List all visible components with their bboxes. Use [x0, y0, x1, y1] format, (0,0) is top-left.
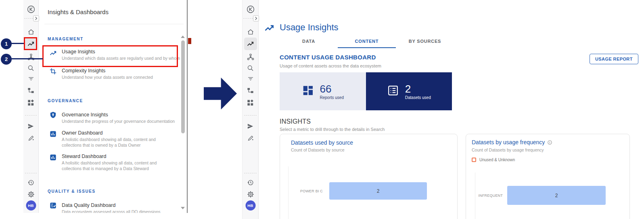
menu-item-desc: A holisitic dashboard showing all data, …: [62, 160, 171, 171]
menu-item-desc: A holistic dashboard showing all data, c…: [62, 137, 171, 148]
rail-dash: [24, 18, 33, 19]
bar-category-label: INFREQUENT: [470, 186, 503, 205]
usage-report-button[interactable]: USAGE REPORT: [590, 54, 638, 64]
expand-panel-button[interactable]: [33, 15, 39, 21]
lineage-tree-icon[interactable]: [26, 85, 36, 96]
insights-heading: INSIGHTS: [280, 118, 311, 125]
chart-title-link[interactable]: Datasets by usage frequency: [472, 139, 545, 145]
transition-arrow: [204, 78, 237, 110]
menu-item-desc: Understand how your data assets are conn…: [62, 74, 153, 80]
shield-icon: [49, 111, 57, 120]
tab-data[interactable]: DATA: [280, 36, 338, 48]
checklist-icon: [49, 202, 57, 211]
send-icon[interactable]: [245, 121, 256, 131]
chart-subtitle: Count of Datasets by source: [291, 147, 345, 152]
dashboard-title: CONTENT USAGE DASHBOARD: [280, 54, 376, 61]
menu-item-data-quality-dashboard[interactable]: Data Quality Dashboard Data ecosystem as…: [23, 199, 185, 213]
menu-item-complexity-insights[interactable]: Complexity Insights Understand how your …: [23, 65, 185, 84]
metric-datasets-used[interactable]: 2 Datasets used: [366, 72, 452, 110]
tab-bar: DATA CONTENT BY SOURCES: [280, 36, 454, 48]
menu-item-title: Steward Dashboard: [62, 154, 106, 159]
dashboard-grid-icon[interactable]: [245, 97, 256, 108]
chart-title-link[interactable]: Datasets used by source: [291, 139, 353, 146]
red-edge-fragment: [188, 38, 191, 44]
callout-1-line: [11, 43, 24, 44]
callout-1: 1: [1, 38, 12, 49]
filter-icon[interactable]: [245, 74, 256, 84]
metric-reports-used[interactable]: 66 Reports used: [280, 72, 366, 110]
menu-item-title: Owner Dashboard: [62, 130, 102, 136]
scrollbar-thumb[interactable]: [181, 40, 185, 133]
bar-power-bi[interactable]: 2: [329, 182, 427, 200]
tutorial-figure: HB Insights & Dashboards MANAGEMENT Usag…: [0, 0, 644, 219]
expand-panel-button[interactable]: [253, 15, 259, 21]
insights-subtitle: Select a metric to drill through to the …: [280, 127, 385, 132]
home-icon[interactable]: [26, 27, 36, 37]
edit-pencil-icon[interactable]: [245, 133, 256, 143]
bar-chart-icon: [49, 130, 57, 139]
screenshot-usage-insights: HB Usage Insights DATA CONTENT BY SOURCE…: [242, 0, 644, 219]
app-logo-icon[interactable]: [245, 4, 256, 15]
metric-label: Datasets used: [405, 95, 431, 100]
callout-2-line: [11, 58, 43, 59]
screenshot-edge: [187, 0, 188, 213]
reports-grid-icon: [302, 84, 314, 98]
chart-card-usage-frequency: Datasets by usage frequency Count of Dat…: [466, 134, 630, 219]
menu-item-desc: Data ecosystem assessed across all DQ di…: [62, 209, 183, 213]
legend-swatch: [472, 158, 476, 162]
callout-2: 2: [1, 54, 12, 65]
left-icon-rail: HB: [23, 0, 39, 213]
section-label-quality-issues: QUALITY & ISSUES: [48, 189, 96, 194]
history-icon[interactable]: [26, 177, 36, 187]
rail-divider: [244, 115, 257, 116]
metric-cards: 66 Reports used 2 Datasets used: [280, 72, 452, 110]
highlight-box-usage-insights: [42, 45, 178, 67]
history-icon[interactable]: [245, 177, 256, 187]
metric-value: 66: [320, 83, 344, 95]
screenshot-nav-panel: HB Insights & Dashboards MANAGEMENT Usag…: [23, 0, 188, 213]
dashboard-subtitle: Usage of content assets across the data …: [280, 63, 381, 68]
menu-item-owner-dashboard[interactable]: Owner Dashboard A holistic dashboard sho…: [23, 126, 185, 150]
metric-value: 2: [405, 83, 431, 95]
menu-item-steward-dashboard[interactable]: Steward Dashboard A holisitic dashboard …: [23, 150, 185, 173]
scrollbar-down-arrow[interactable]: [181, 207, 185, 209]
lineage-tree-icon[interactable]: [245, 85, 256, 96]
chart-card-datasets-by-source: Datasets used by source Count of Dataset…: [280, 134, 458, 219]
hub-icon[interactable]: [245, 52, 256, 62]
bar-infrequent[interactable]: 2: [507, 186, 606, 205]
right-icon-rail: HB: [243, 0, 259, 219]
rail-dash: [243, 18, 253, 19]
app-logo-icon[interactable]: [26, 4, 36, 15]
home-icon[interactable]: [245, 27, 256, 37]
settings-gear-icon[interactable]: [245, 189, 256, 200]
bar-chart-icon: [49, 154, 57, 163]
scrollbar-up-arrow[interactable]: [181, 36, 185, 38]
bar-category-label: POWER BI C: [288, 182, 323, 200]
panel-title: Insights & Dashboards: [48, 8, 109, 15]
settings-gear-icon[interactable]: [26, 189, 36, 200]
divider: [44, 24, 184, 24]
rail-divider: [244, 173, 257, 173]
menu-item-title: Governance Insights: [62, 112, 108, 118]
user-avatar[interactable]: HB: [245, 200, 255, 211]
chart-subtitle: Count of Datasets by usage frequency: [472, 147, 544, 152]
tab-by-sources[interactable]: BY SOURCES: [396, 36, 454, 48]
menu-item-governance-insights[interactable]: Governance Insights Understand the progr…: [23, 108, 185, 128]
datasets-list-icon: [387, 84, 399, 98]
page-title-trending-up-icon: [264, 23, 275, 36]
legend-label: Unused & Unknown: [479, 158, 515, 162]
tab-content[interactable]: CONTENT: [338, 36, 396, 48]
legend-item-unused-unknown[interactable]: Unused & Unknown: [472, 158, 515, 162]
dashboard-grid-icon[interactable]: [26, 97, 36, 108]
metric-label: Reports used: [320, 95, 344, 100]
highlight-box-nav-icon: [24, 37, 37, 50]
crop-icon: [49, 67, 57, 77]
section-label-management: MANAGEMENT: [48, 37, 84, 41]
search-icon[interactable]: [245, 63, 256, 73]
insights-trending-up-icon[interactable]: [245, 39, 256, 49]
page-title: Usage Insights: [280, 22, 339, 33]
menu-item-title: Data Quality Dashboard: [62, 202, 115, 208]
info-icon[interactable]: [547, 139, 552, 147]
menu-item-title: Complexity Insights: [62, 68, 105, 74]
menu-item-desc: Understand the progress of your governan…: [62, 118, 175, 124]
